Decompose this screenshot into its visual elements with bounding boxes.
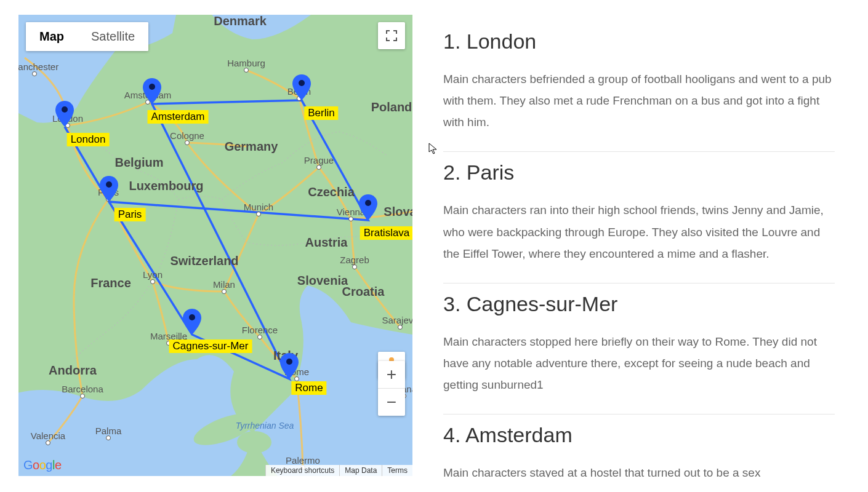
country-label: Austria [305, 236, 348, 250]
country-label: Germany [225, 140, 278, 154]
map-pin-cagnes[interactable] [183, 309, 201, 335]
city-label: Cologne [170, 130, 204, 141]
country-label: Croatia [342, 285, 385, 299]
city-dot [80, 394, 85, 399]
svg-point-1 [62, 106, 68, 113]
basemap [18, 15, 412, 476]
city-dot [256, 212, 261, 216]
map-type-control: Map Satellite [26, 22, 148, 51]
entry-text: Main characters befriended a group of fo… [443, 68, 835, 133]
city-dot [150, 279, 155, 284]
map-pin-label-rome: Rome [291, 381, 326, 395]
map-container[interactable]: FranceGermanyBelgiumLuxembourgSwitzerlan… [18, 15, 412, 476]
city-label: Sarajevo [382, 315, 412, 325]
city-dot [185, 140, 190, 145]
city-label: Manchester [18, 62, 58, 72]
city-label: Valencia [31, 430, 65, 441]
zoom-out-button[interactable]: − [378, 389, 405, 416]
city-dot [352, 264, 357, 269]
location-entry: 2. ParisMain characters ran into their h… [443, 152, 835, 283]
city-label: Lyon [143, 269, 163, 280]
city-dot [316, 165, 321, 170]
entry-title: 3. Cagnes-sur-Mer [443, 292, 835, 316]
entry-text: Main characters stopped here briefly on … [443, 331, 835, 395]
svg-point-6 [299, 80, 305, 86]
city-label: Hamburg [227, 58, 265, 68]
svg-point-7 [365, 200, 371, 206]
country-label: France [90, 276, 131, 290]
country-label: Switzerland [170, 254, 238, 268]
map-pin-label-bratislava: Bratislava [360, 226, 412, 240]
map-pin-label-london: London [67, 133, 110, 146]
map-pin-label-paris: Paris [115, 208, 146, 221]
map-pin-label-cagnes: Cagnes-sur-Mer [169, 339, 252, 353]
city-dot [106, 435, 111, 440]
map-pin-label-amsterdam: Amsterdam [148, 110, 209, 124]
fullscreen-icon [385, 30, 398, 42]
country-label: Denmark [214, 15, 267, 28]
zoom-control: + − [378, 361, 405, 416]
map-attribution: Keyboard shortcuts Map Data Terms [265, 465, 412, 476]
svg-point-2 [106, 181, 112, 188]
map-pin-berlin[interactable] [292, 74, 311, 100]
city-label: Palma [95, 426, 122, 436]
keyboard-shortcuts-link[interactable]: Keyboard shortcuts [265, 465, 339, 476]
svg-point-3 [189, 314, 195, 320]
country-label: Slovenia [297, 274, 348, 288]
map-pin-rome[interactable] [280, 353, 299, 379]
terms-link[interactable]: Terms [382, 465, 412, 476]
google-logo: Google [23, 458, 62, 472]
city-dot [46, 440, 50, 445]
city-dot [32, 71, 37, 76]
city-label: Zagreb [340, 255, 369, 265]
country-label: Slova [384, 205, 412, 219]
map-data-link[interactable]: Map Data [339, 465, 382, 476]
city-label: Prague [304, 155, 334, 165]
location-entry: 1. LondonMain characters befriended a gr… [443, 21, 835, 152]
entry-text: Main characters ran into their high scho… [443, 199, 835, 264]
city-label: Milan [213, 279, 235, 290]
map-pin-bratislava[interactable] [359, 194, 377, 220]
country-label: Poland [371, 100, 412, 114]
entry-title: 1. London [443, 30, 835, 54]
city-dot [398, 325, 403, 330]
city-label: Palermo [286, 455, 320, 466]
map-tab-map[interactable]: Map [26, 22, 78, 51]
map-pin-london[interactable] [55, 101, 74, 127]
sea-label: Tyrrhenian Sea [236, 421, 294, 430]
svg-point-5 [149, 84, 155, 90]
map-surface[interactable]: FranceGermanyBelgiumLuxembourgSwitzerlan… [18, 15, 412, 476]
locations-list[interactable]: 1. LondonMain characters befriended a gr… [437, 15, 853, 477]
city-dot [222, 289, 227, 294]
city-label: Munich [244, 202, 273, 212]
country-label: Czechia [308, 185, 355, 199]
map-tab-satellite[interactable]: Satellite [78, 22, 148, 51]
city-dot [348, 216, 353, 221]
entry-title: 4. Amsterdam [443, 423, 835, 447]
entry-text: Main characters stayed at a hostel that … [443, 462, 835, 477]
location-entry: 3. Cagnes-sur-MerMain characters stopped… [443, 284, 835, 415]
map-pin-label-berlin: Berlin [304, 106, 338, 120]
city-label: Florence [242, 325, 278, 335]
entry-title: 2. Paris [443, 161, 835, 184]
country-label: Belgium [115, 156, 164, 170]
city-dot [244, 68, 249, 73]
country-label: Andorra [49, 363, 97, 378]
location-entry: 4. AmsterdamMain characters stayed at a … [443, 415, 835, 477]
country-label: Luxembourg [129, 179, 203, 193]
fullscreen-button[interactable] [378, 22, 405, 49]
city-label: Barcelona [62, 384, 103, 394]
map-pin-amsterdam[interactable] [143, 78, 161, 104]
city-dot [257, 335, 262, 339]
svg-point-4 [286, 359, 292, 365]
zoom-in-button[interactable]: + [378, 361, 405, 389]
map-pin-paris[interactable] [100, 176, 118, 202]
